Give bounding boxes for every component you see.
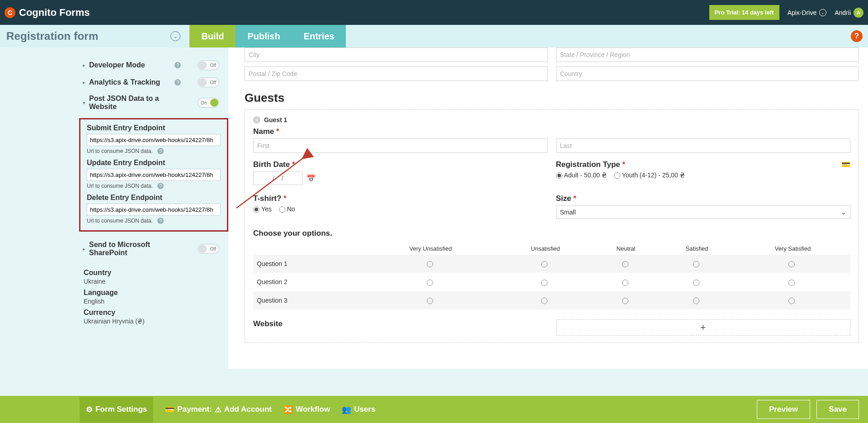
toggle-post-json[interactable]: On (198, 98, 219, 108)
state-input[interactable]: State / Province / Region (556, 48, 859, 62)
matrix-radio[interactable] (427, 280, 433, 286)
locale-value: Ukrainian Hryvnia (₴) (84, 318, 224, 325)
tab-entries[interactable]: Entries (292, 25, 346, 48)
logo-icon: C (5, 7, 15, 18)
first-name-input[interactable]: First (253, 138, 548, 153)
endpoints-highlight: Submit Entry Endpoint Url to consume JSO… (79, 118, 228, 232)
matrix-radio[interactable] (541, 280, 547, 286)
matrix-radio[interactable] (693, 280, 699, 286)
matrix-radio[interactable] (427, 298, 433, 304)
setting-label: Send to Microsoft SharePoint (89, 241, 179, 257)
question-label: Question 1 (253, 255, 363, 273)
page-title: Registration form (6, 30, 98, 43)
setting-analytics[interactable]: ▸ Analytics & Tracking ? Off (79, 74, 228, 91)
endpoint-hint: Url to consume JSON data.? (87, 183, 221, 189)
setting-sharepoint[interactable]: ▸ Send to Microsoft SharePoint Off (79, 237, 228, 261)
credit-card-icon: 💳 (841, 160, 850, 169)
pro-trial-badge[interactable]: Pro Trial: 14 days left (709, 5, 779, 20)
tab-build[interactable]: Build (189, 25, 236, 48)
matrix-radio[interactable] (622, 280, 628, 286)
last-name-input[interactable]: Last (556, 138, 851, 153)
matrix-radio[interactable] (788, 298, 795, 304)
help-icon[interactable]: ? (851, 30, 863, 42)
question-label: Question 2 (253, 273, 363, 291)
matrix-radio[interactable] (693, 298, 699, 304)
caret-right-icon: ▸ (83, 246, 89, 252)
matrix-radio[interactable] (622, 261, 628, 267)
submit-endpoint-input[interactable] (87, 134, 221, 146)
help-icon[interactable]: ? (157, 148, 164, 154)
matrix-radio[interactable] (788, 261, 795, 267)
help-icon[interactable]: ? (175, 79, 181, 86)
tshirt-label: T-shirt? * (253, 194, 548, 203)
avatar: A (854, 8, 863, 18)
country-input[interactable]: Country (556, 67, 859, 81)
matrix-header: Satisfied (659, 242, 735, 255)
endpoint-hint: Url to consume JSON data.? (87, 218, 221, 224)
endpoint-hint: Url to consume JSON data.? (87, 148, 221, 154)
matrix-radio[interactable] (541, 298, 547, 304)
matrix-radio[interactable] (427, 261, 433, 267)
setting-label: Analytics & Tracking (89, 78, 172, 86)
radio-adult[interactable] (556, 172, 562, 179)
settings-panel: ▸ Developer Mode ? Off ▸ Analytics & Tra… (79, 48, 228, 369)
matrix-header: Neutral (593, 242, 659, 255)
size-select[interactable]: Small⌄ (556, 205, 851, 219)
radio-tshirt-yes[interactable] (253, 206, 259, 213)
help-icon[interactable]: ? (157, 183, 164, 189)
size-label: Size * (556, 194, 851, 203)
endpoint-label: Update Entry Endpoint (87, 159, 221, 167)
add-block-button[interactable]: + (556, 319, 851, 336)
toggle-developer-mode[interactable]: Off (198, 60, 219, 70)
logo-text: Cognito Forms (19, 7, 90, 19)
toggle-analytics[interactable]: Off (198, 77, 219, 87)
matrix-header: Very Unsatisfied (363, 242, 498, 255)
zip-input[interactable]: Postal / Zip Code (245, 67, 548, 81)
radio-tshirt-no[interactable] (279, 206, 285, 213)
birth-date-input[interactable] (253, 171, 303, 185)
matrix-radio[interactable] (693, 261, 699, 267)
delete-endpoint-input[interactable] (87, 204, 221, 216)
help-icon[interactable]: ? (175, 62, 181, 68)
chevron-down-icon[interactable]: ⌄ (170, 31, 180, 41)
setting-post-json[interactable]: ▾ Post JSON Data to a Website On (79, 91, 228, 114)
locale-country: Country Ukraine Language English Currenc… (79, 266, 228, 331)
setting-label: Post JSON Data to a Website (89, 95, 179, 111)
org-dropdown[interactable]: Apix-Drive ⌄ (788, 9, 827, 16)
city-input[interactable]: City (245, 48, 548, 62)
update-endpoint-block: Update Entry Endpoint Url to consume JSO… (87, 159, 221, 189)
question-label: Question 3 (253, 291, 363, 309)
tab-publish[interactable]: Publish (236, 25, 292, 48)
caret-right-icon: ▸ (83, 62, 89, 68)
logo[interactable]: C Cognito Forms (5, 7, 90, 19)
endpoint-label: Delete Entry Endpoint (87, 194, 221, 202)
matrix-header: Very Satisfied (735, 242, 850, 255)
user-menu[interactable]: Andrii A (835, 8, 863, 18)
table-row: Question 3 (253, 291, 850, 309)
main-tabs: Build Publish Entries (189, 25, 346, 48)
locale-label: Currency (84, 309, 224, 317)
update-endpoint-input[interactable] (87, 169, 221, 181)
help-icon[interactable]: ? (157, 218, 164, 224)
guests-section-title: Guests (245, 91, 859, 105)
matrix-header: Unsatisfied (498, 242, 593, 255)
locale-label: Language (84, 289, 224, 297)
radio-youth[interactable] (614, 172, 620, 179)
matrix-radio[interactable] (541, 261, 547, 267)
chevron-down-icon: ⌄ (841, 209, 846, 216)
chevron-down-icon: ⌄ (819, 9, 826, 16)
locale-value: English (84, 298, 224, 305)
caret-right-icon: ▸ (83, 80, 89, 86)
matrix-radio[interactable] (622, 298, 628, 304)
guest-card: × Guest 1 Name * First Last Birth Date *… (245, 109, 859, 342)
guest-number: Guest 1 (264, 116, 287, 124)
submit-endpoint-block: Submit Entry Endpoint Url to consume JSO… (87, 124, 221, 154)
matrix-radio[interactable] (788, 280, 795, 286)
toggle-sharepoint[interactable]: Off (198, 244, 219, 254)
locale-value: Ukraine (84, 278, 224, 285)
remove-guest-icon[interactable]: × (253, 116, 260, 124)
user-name-label: Andrii (835, 9, 851, 16)
calendar-icon[interactable]: 📅 (307, 174, 316, 183)
setting-developer-mode[interactable]: ▸ Developer Mode ? Off (79, 57, 228, 74)
table-row: Question 2 (253, 273, 850, 291)
